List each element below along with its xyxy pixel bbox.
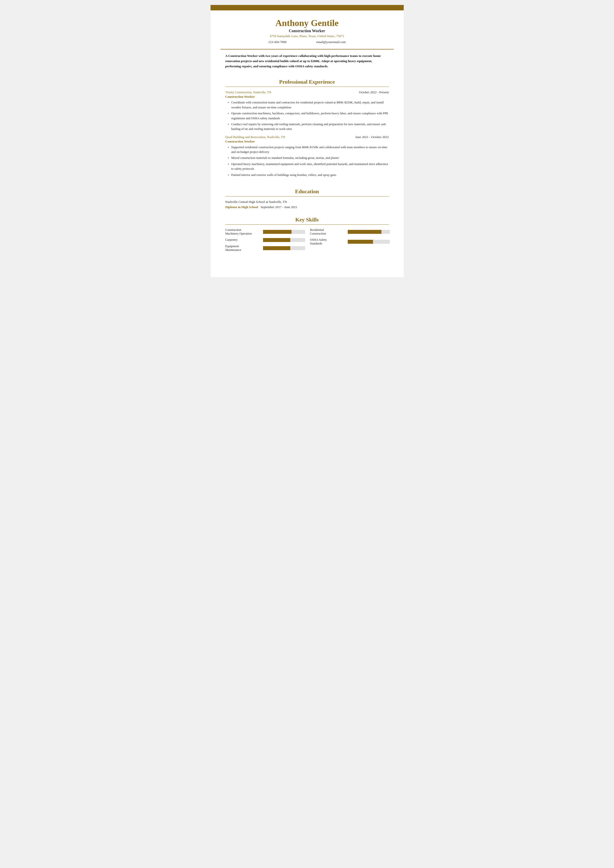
job-2-company: Quad Building and Renovation, Nashville,… bbox=[225, 135, 285, 139]
job-1-dates: October 2022 - Present bbox=[359, 90, 389, 94]
skills-left-column: ConstructionMachinery Operation Carpentr… bbox=[225, 228, 305, 254]
email-address: email@youremail.com bbox=[316, 40, 346, 44]
job-1-header: Trinity Construction, Nashville, TN Octo… bbox=[225, 90, 389, 94]
experience-divider bbox=[225, 87, 389, 87]
skills-right-column: ResidentialConstruction OSHA SafetyStand… bbox=[310, 228, 390, 254]
skill-bar-carpentry bbox=[263, 238, 305, 242]
job-1-company: Trinity Construction, Nashville, TN bbox=[225, 90, 272, 94]
skills-grid: ConstructionMachinery Operation Carpentr… bbox=[225, 228, 389, 254]
candidate-name: Anthony Gentile bbox=[225, 18, 389, 28]
job-2-header: Quad Building and Renovation, Nashville,… bbox=[225, 135, 389, 139]
job-2-bullets: Supported residential construction proje… bbox=[225, 145, 389, 177]
job-2-bullet-2: Mixed construction materials to standard… bbox=[228, 156, 389, 160]
skill-label-carpentry: Carpentry bbox=[225, 238, 260, 242]
header-section: Anthony Gentile Construction Worker 4759… bbox=[210, 10, 404, 49]
experience-section-title: Professional Experience bbox=[225, 79, 389, 85]
skill-bar-fill-equipment bbox=[263, 246, 291, 250]
skill-row-machinery: ConstructionMachinery Operation bbox=[225, 228, 305, 236]
job-2-bullet-3: Operated heavy machinery, maintained equ… bbox=[228, 162, 389, 172]
skill-bar-equipment bbox=[263, 246, 305, 250]
contact-row: 123-456-7890 email@youremail.com bbox=[225, 40, 389, 46]
job-2-role: Construction Worker bbox=[225, 140, 389, 144]
summary-section: A Construction Worker with two years of … bbox=[210, 50, 404, 71]
experience-section: Professional Experience Trinity Construc… bbox=[210, 71, 404, 177]
skill-label-residential: ResidentialConstruction bbox=[310, 228, 345, 236]
job-1-bullet-2: Operate construction machinery, backhoes… bbox=[228, 111, 389, 121]
skill-bar-residential bbox=[348, 230, 390, 234]
school-name: Nashville Central High School at Nashvil… bbox=[225, 200, 389, 204]
education-dates: September 2017 - June 2021 bbox=[261, 205, 297, 209]
skills-section: Key Skills ConstructionMachinery Operati… bbox=[210, 209, 404, 254]
skill-bar-fill-machinery bbox=[263, 230, 292, 234]
job-1-bullet-1: Coordinate with construction teams and c… bbox=[228, 100, 389, 110]
skill-bar-fill-residential bbox=[348, 230, 381, 234]
skill-row-osha: OSHA SafetyStandards bbox=[310, 238, 390, 245]
diploma-label: Diploma in High School bbox=[225, 205, 258, 209]
job-1-bullet-3: Conduct roof repairs by removing old roo… bbox=[228, 122, 389, 132]
skill-bar-machinery bbox=[263, 230, 305, 234]
candidate-address: 4759 Sunnydale Lane, Plano, Texas, Unite… bbox=[225, 34, 389, 38]
skill-label-osha: OSHA SafetyStandards bbox=[310, 238, 345, 245]
phone-number: 123-456-7890 bbox=[268, 40, 286, 44]
job-1-bullets: Coordinate with construction teams and c… bbox=[225, 100, 389, 132]
job-2-dates: June 2021 - October 2022 bbox=[355, 135, 389, 139]
skill-label-equipment: EquipmentMaintenance bbox=[225, 245, 260, 252]
skill-label-machinery: ConstructionMachinery Operation bbox=[225, 228, 260, 236]
education-section-title: Education bbox=[225, 188, 389, 195]
skill-row-equipment: EquipmentMaintenance bbox=[225, 245, 305, 252]
education-credential: Diploma in High School September 2017 - … bbox=[225, 205, 389, 209]
skill-row-residential: ResidentialConstruction bbox=[310, 228, 390, 236]
candidate-title: Construction Worker bbox=[225, 29, 389, 33]
job-2-bullet-4: Painted interior and exterior walls of b… bbox=[228, 173, 389, 177]
resume-document: Anthony Gentile Construction Worker 4759… bbox=[210, 5, 404, 277]
skill-row-carpentry: Carpentry bbox=[225, 238, 305, 242]
job-2-bullet-1: Supported residential construction proje… bbox=[228, 145, 389, 155]
summary-text: A Construction Worker with two years of … bbox=[225, 54, 381, 68]
skill-bar-fill-carpentry bbox=[263, 238, 291, 242]
skill-bar-osha bbox=[348, 240, 390, 244]
education-divider bbox=[225, 196, 389, 197]
top-bar bbox=[210, 5, 404, 10]
skill-bar-fill-osha bbox=[348, 240, 373, 244]
education-section: Education Nashville Central High School … bbox=[210, 181, 404, 209]
job-1-role: Construction Worker bbox=[225, 95, 389, 99]
skills-section-title: Key Skills bbox=[225, 217, 389, 223]
